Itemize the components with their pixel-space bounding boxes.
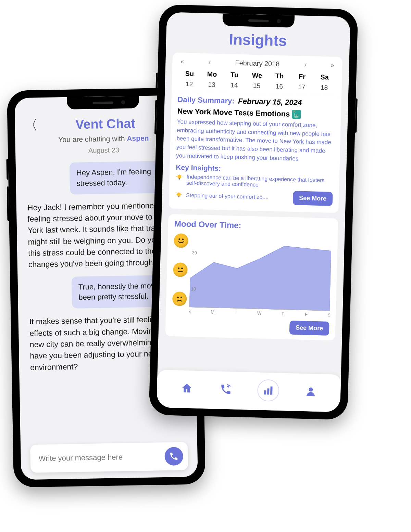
summary-card: Daily Summary: February 15, 2024 New Yor… <box>169 92 341 213</box>
key-insights-label: Key Insights: <box>176 163 333 176</box>
insights-title: Insights <box>166 29 350 51</box>
svg-rect-23 <box>270 386 273 394</box>
svg-text:S: S <box>189 309 191 314</box>
lightbulb-icon <box>175 173 183 181</box>
calendar-month-label: February 2018 <box>235 59 280 68</box>
calendar-next-icon[interactable]: › <box>304 61 307 68</box>
calendar-last-icon[interactable]: » <box>331 62 334 69</box>
phone-notch <box>222 13 295 27</box>
svg-point-24 <box>309 387 313 391</box>
calendar-prev-icon[interactable]: ‹ <box>209 59 211 66</box>
svg-text:W: W <box>257 311 262 316</box>
svg-rect-21 <box>264 390 266 394</box>
calendar-dow: We <box>246 70 268 81</box>
calendar-day[interactable]: 15 <box>245 80 268 91</box>
mood-emoji-scale <box>172 232 191 314</box>
calendar-day[interactable]: 12 <box>178 79 200 90</box>
calendar-card: « ‹ February 2018 › » Su Mo Tu We Th Fr … <box>172 53 342 96</box>
svg-text:M: M <box>211 309 215 315</box>
calendar-dow: Mo <box>201 69 224 80</box>
nav-phone[interactable] <box>218 381 234 397</box>
calendar-dow: Tu <box>223 69 246 81</box>
calendar-dow: Fr <box>291 71 314 82</box>
calendar-dow: Sa <box>313 72 336 83</box>
insights-screen: Insights « ‹ February 2018 › » Su Mo Tu … <box>157 12 350 412</box>
calendar-day[interactable]: 17 <box>290 82 313 93</box>
bar-chart-icon <box>262 384 275 397</box>
lightbulb-icon <box>175 191 183 199</box>
summary-body: You expressed how stepping out of your c… <box>176 118 335 164</box>
calendar-day[interactable]: 16 <box>268 81 290 92</box>
neutral-face-icon <box>173 262 188 277</box>
message-input-bar[interactable]: Write your message here <box>30 442 188 473</box>
svg-rect-22 <box>267 388 269 394</box>
mood-chart-area: 1030SMTWTFS <box>189 232 332 318</box>
summary-label: Daily Summary: <box>177 95 235 105</box>
phone-icon <box>169 451 178 461</box>
summary-date: February 15, 2024 <box>238 97 302 107</box>
calendar-day[interactable]: 18 <box>313 82 335 93</box>
svg-text:10: 10 <box>191 287 196 292</box>
home-icon <box>180 382 193 395</box>
svg-text:T: T <box>235 310 238 315</box>
svg-point-0 <box>177 175 181 179</box>
svg-text:30: 30 <box>192 250 197 256</box>
bottom-nav <box>157 370 341 412</box>
insight-text: Independence can be a liberating experie… <box>186 174 333 190</box>
calendar-dow: Su <box>178 68 201 79</box>
svg-point-4 <box>178 238 180 240</box>
nav-profile[interactable] <box>303 384 319 399</box>
happy-face-icon <box>174 233 188 248</box>
back-icon[interactable]: 〈 <box>24 116 38 134</box>
summary-headline: New York Move Tests Emotions 🗽 <box>177 107 335 120</box>
see-more-button[interactable]: See More <box>289 321 329 336</box>
phone-ringing-icon <box>220 383 232 396</box>
calendar-first-icon[interactable]: « <box>180 58 184 65</box>
chat-partner-name: Aspen <box>127 134 149 142</box>
svg-text:T: T <box>281 311 284 317</box>
insight-item: Independence can be a liberating experie… <box>175 173 333 190</box>
calendar-dow: Th <box>268 70 291 82</box>
mood-card: Mood Over Time: 1030SMT <box>165 214 338 341</box>
mood-chart: 1030SMTWTFS <box>172 232 332 318</box>
mood-title: Mood Over Time: <box>174 219 332 233</box>
nav-insights[interactable] <box>257 379 280 402</box>
nav-home[interactable] <box>179 381 195 396</box>
svg-point-6 <box>178 268 179 269</box>
svg-point-7 <box>181 268 183 269</box>
svg-point-5 <box>182 238 184 240</box>
svg-point-10 <box>180 297 182 298</box>
svg-text:S: S <box>328 312 331 318</box>
svg-point-9 <box>177 297 179 298</box>
insight-item: Stepping our of your comfort zo.... See … <box>175 188 333 206</box>
user-icon <box>304 385 317 398</box>
svg-rect-1 <box>179 178 180 180</box>
svg-rect-3 <box>178 196 179 197</box>
call-button[interactable] <box>164 447 183 466</box>
svg-text:F: F <box>305 312 308 317</box>
sad-face-icon <box>172 291 187 306</box>
message-input-placeholder: Write your message here <box>38 452 164 463</box>
phone-insights: Insights « ‹ February 2018 › » Su Mo Tu … <box>149 4 358 420</box>
insight-text: Stepping our of your comfort zo.... <box>186 192 289 201</box>
calendar-day[interactable]: 13 <box>200 79 223 90</box>
chat-subtitle-prefix: You are chatting with <box>58 134 127 143</box>
see-more-button[interactable]: See More <box>293 191 333 206</box>
statue-of-liberty-icon: 🗽 <box>292 110 301 119</box>
calendar-day[interactable]: 14 <box>223 80 246 91</box>
phone-notch <box>67 96 139 109</box>
svg-point-2 <box>177 193 181 196</box>
summary-headline-text: New York Move Tests Emotions <box>177 107 290 119</box>
